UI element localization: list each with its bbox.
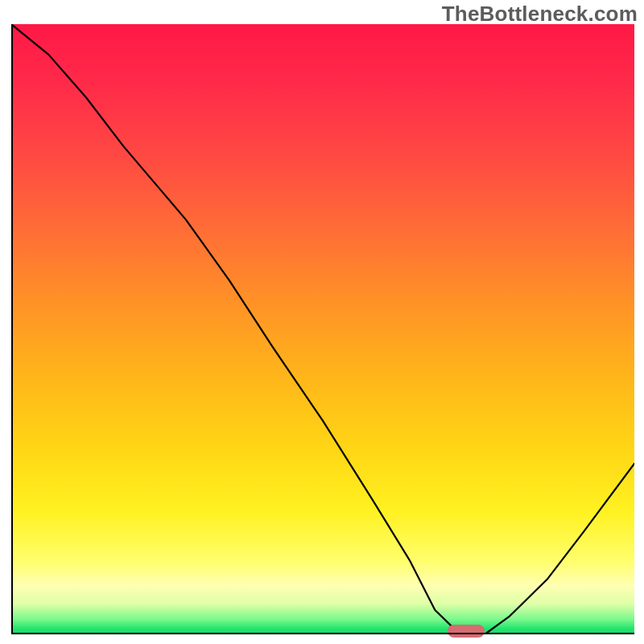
chart-plot-area	[11, 24, 634, 634]
chart-optimal-marker	[448, 625, 485, 637]
chart-curve	[11, 24, 634, 634]
watermark-text: TheBottleneck.com	[442, 2, 638, 27]
